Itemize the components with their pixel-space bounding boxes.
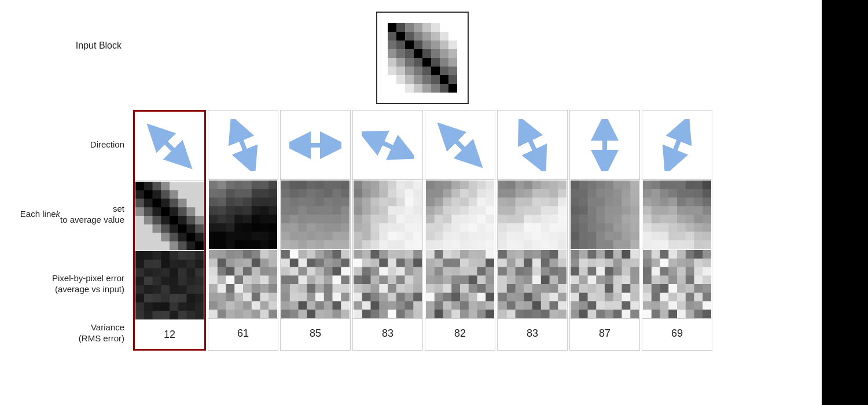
- average-cell-5: [498, 180, 567, 249]
- column-5: 83: [497, 110, 568, 351]
- column-1: 61: [208, 110, 278, 351]
- column-2: 85: [280, 110, 351, 351]
- direction-row-label: Direction: [17, 110, 133, 179]
- average-cell-1: [208, 180, 278, 249]
- column-4: 82: [425, 110, 495, 351]
- error-cell-2: [281, 249, 350, 319]
- column-6: 87: [569, 110, 640, 351]
- direction-cell-5: [498, 111, 567, 180]
- svg-line-5: [524, 128, 540, 161]
- error-row-label: Pixel-by-pixel error(average vs input): [17, 249, 133, 318]
- column-3: 83: [352, 110, 423, 351]
- direction-cell-4: [425, 111, 495, 180]
- direction-cell-0: [135, 112, 204, 181]
- direction-cell-6: [570, 111, 639, 180]
- direction-cell-3: [353, 111, 422, 180]
- error-cell-7: [642, 249, 712, 319]
- right-panel: [822, 0, 868, 405]
- column-7: 69: [642, 110, 712, 351]
- input-block-image: [376, 12, 469, 104]
- svg-line-4: [447, 132, 473, 158]
- error-cell-0: [135, 251, 204, 320]
- average-cell-4: [425, 180, 495, 249]
- average-row-label: Each line k setto average value: [17, 179, 133, 249]
- average-cell-2: [281, 180, 350, 249]
- variance-cell-3: 83: [353, 319, 422, 348]
- grid-columns: 12 61 85 83: [133, 110, 851, 351]
- error-cell-3: [353, 249, 422, 319]
- direction-cell-7: [642, 111, 712, 180]
- svg-line-1: [236, 128, 250, 162]
- variance-cell-0: 12: [135, 320, 204, 349]
- average-cell-3: [353, 180, 422, 249]
- input-block-label: Input Block: [17, 12, 133, 51]
- svg-line-0: [156, 133, 182, 159]
- variance-cell-4: 82: [425, 319, 495, 348]
- error-cell-1: [208, 249, 278, 319]
- average-cell-7: [642, 180, 712, 249]
- average-cell-6: [570, 180, 639, 249]
- variance-cell-1: 61: [208, 319, 278, 348]
- error-cell-6: [570, 249, 639, 319]
- variance-cell-7: 69: [642, 319, 712, 348]
- variance-row-label: Variance(RMS error): [17, 318, 133, 347]
- column-0: 12: [133, 110, 206, 351]
- average-cell-0: [135, 181, 204, 251]
- variance-cell-6: 87: [570, 319, 639, 348]
- direction-cell-1: [208, 111, 278, 180]
- row-labels: Direction Each line k setto average valu…: [17, 110, 133, 351]
- svg-line-3: [371, 137, 404, 153]
- svg-line-7: [670, 128, 684, 162]
- variance-cell-2: 85: [281, 319, 350, 348]
- error-cell-5: [498, 249, 567, 319]
- error-cell-4: [425, 249, 495, 319]
- variance-cell-5: 83: [498, 319, 567, 348]
- direction-cell-2: [281, 111, 350, 180]
